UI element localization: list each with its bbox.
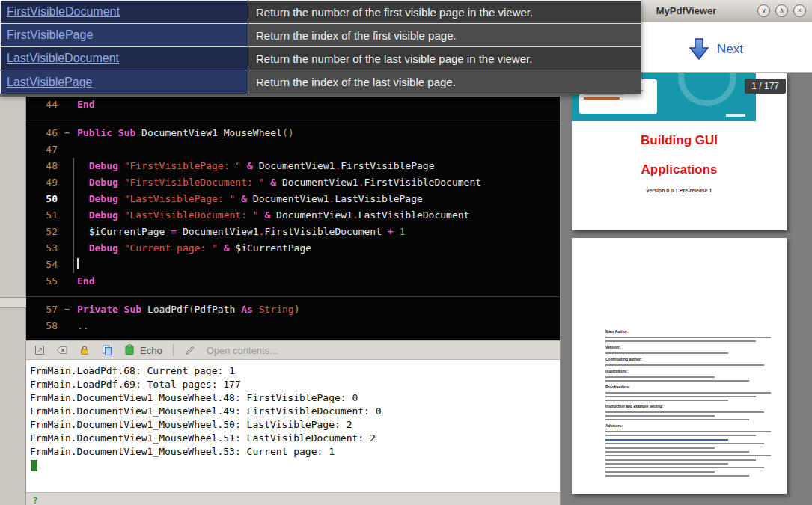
fold-gutter (58, 240, 77, 257)
page2-text-line (605, 392, 771, 394)
line-number[interactable]: 58 (26, 318, 58, 334)
code-line[interactable]: 53 Debug "Current page: " & $iCurrentPag… (26, 240, 560, 257)
page2-text-line (605, 439, 728, 441)
copy-console-button[interactable] (101, 344, 113, 356)
page2-text-line (605, 352, 728, 354)
page-number-badge: 1 / 177 (745, 79, 786, 94)
maximize-button[interactable]: ∧ (775, 4, 788, 17)
line-number[interactable]: 57 (26, 302, 58, 318)
next-page-button[interactable]: Next (688, 37, 743, 61)
line-number[interactable]: 48 (26, 158, 58, 174)
property-link[interactable]: FirstVisibleDocument (1, 1, 248, 23)
splitter-handle[interactable] (0, 297, 26, 308)
code-line[interactable]: 46−Public Sub DocumentView1_MouseWheel() (26, 125, 560, 141)
line-number[interactable]: 50 (26, 191, 58, 207)
edit-contents-button[interactable] (184, 344, 196, 356)
code-line[interactable]: 49 Debug "FirstVisibleDocument: " & Docu… (26, 174, 560, 191)
log-line: FrmMain.DocumentView1_MouseWheel.50: Las… (30, 418, 560, 432)
pdf-viewer-area[interactable]: Building GUI Applications version 0.0.1 … (561, 73, 812, 505)
page2-heading: Instruction and example testing: (605, 404, 776, 409)
code-text: Debug "LastVisibleDocument: " & Document… (77, 207, 469, 224)
procedure-separator (26, 113, 560, 125)
console-log[interactable]: FrmMain.LoadPdf.68: Current page: 1FrmMa… (26, 360, 560, 492)
procedure-guide (73, 158, 74, 273)
line-number[interactable]: 53 (26, 240, 58, 257)
shade-button[interactable]: ∨ (757, 4, 770, 17)
fold-marker-icon[interactable]: − (58, 302, 77, 318)
code-text: Debug "Current page: " & $iCurrentPage (77, 240, 311, 257)
page2-block: Main Author: (605, 329, 776, 342)
echo-toggle-button[interactable]: Echo (123, 344, 162, 356)
page2-text-line (605, 447, 715, 449)
page2-block: Version: (605, 345, 776, 354)
code-line[interactable]: 58.. (26, 318, 560, 334)
line-number[interactable]: 54 (26, 257, 58, 273)
pdf-page-1: Building GUI Applications version 0.0.1 … (572, 73, 787, 230)
log-line: FrmMain.DocumentView1_MouseWheel.53: Cur… (30, 445, 560, 459)
page2-text-line (605, 475, 749, 477)
page2-text-line (605, 451, 749, 453)
prompt-question: ? (26, 495, 38, 505)
property-link[interactable]: FirstVisiblePage (1, 24, 248, 46)
code-text: Debug "FirstVisiblePage: " & DocumentVie… (77, 158, 434, 174)
code-line[interactable]: 57−Private Sub LoadPdf(PdfPath As String… (26, 302, 560, 318)
property-description: Return the number of the first visible p… (248, 1, 641, 23)
help-tooltip-row: FirstVisibleDocumentReturn the number of… (1, 1, 641, 24)
fold-marker-icon[interactable]: − (58, 125, 77, 141)
page2-text-line (605, 431, 771, 432)
code-line[interactable]: 44End (26, 97, 560, 113)
page1-title-line1: Building GUI (572, 133, 787, 148)
line-number[interactable]: 52 (26, 224, 58, 240)
down-arrow-icon (688, 37, 710, 61)
page2-block: Illustrations: (605, 369, 776, 382)
lock-icon (79, 344, 91, 356)
fold-gutter (58, 318, 77, 334)
clear-console-button[interactable] (56, 344, 68, 356)
console-cursor (31, 460, 37, 471)
fold-gutter (58, 224, 77, 240)
line-number[interactable]: 51 (26, 207, 58, 224)
line-number[interactable]: 46 (26, 125, 58, 141)
code-line[interactable]: 55End (26, 273, 560, 290)
code-text: $iCurrentPage = DocumentView1.FirstVisib… (77, 224, 405, 240)
page2-text-line (605, 396, 756, 397)
code-line[interactable]: 50 Debug "LastVisiblePage: " & DocumentV… (26, 191, 560, 207)
code-line[interactable]: 52 $iCurrentPage = DocumentView1.FirstVi… (26, 224, 560, 240)
console-expression-input[interactable]: ? (26, 492, 560, 505)
separator-line (26, 120, 560, 120)
page2-text-line (605, 337, 771, 338)
separator-line (26, 296, 560, 297)
code-line[interactable]: 47 (26, 141, 560, 158)
fold-gutter (58, 191, 77, 207)
pdf-page-2: Main Author:Version:Contributing author:… (572, 238, 787, 494)
echo-icon (123, 344, 135, 356)
close-button[interactable]: × (793, 4, 806, 17)
text-cursor (77, 258, 79, 269)
log-line: FrmMain.DocumentView1_MouseWheel.48: Fir… (30, 391, 560, 405)
page2-text-line (605, 471, 715, 473)
console-toolbar: Echo Open contents... (26, 340, 560, 360)
toolbar-separator (173, 344, 174, 356)
line-number[interactable]: 44 (26, 97, 58, 113)
line-number[interactable]: 49 (26, 174, 58, 191)
page2-text-line (605, 340, 756, 342)
page2-text-line (605, 463, 728, 465)
fold-gutter (58, 141, 77, 158)
expand-console-button[interactable] (34, 344, 46, 356)
code-line[interactable]: 48 Debug "FirstVisiblePage: " & Document… (26, 158, 560, 174)
console-filter-input[interactable]: Open contents... (207, 345, 278, 356)
line-number[interactable]: 47 (26, 141, 58, 158)
code-lines: 44End46−Public Sub DocumentView1_MouseWh… (26, 97, 560, 334)
property-link[interactable]: LastVisiblePage (1, 70, 248, 94)
pdf-page-2-text: Main Author:Version:Contributing author:… (605, 326, 776, 477)
line-number[interactable]: 55 (26, 273, 58, 290)
page2-text-line (605, 380, 749, 382)
code-line[interactable]: 54 (26, 257, 560, 273)
property-description: Return the index of the first visible pa… (248, 24, 641, 46)
lock-console-button[interactable] (79, 344, 91, 356)
property-link[interactable]: LastVisibleDocument (1, 47, 248, 70)
code-editor[interactable]: 44End46−Public Sub DocumentView1_MouseWh… (26, 97, 560, 340)
page2-block (605, 471, 776, 477)
code-line[interactable]: 51 Debug "LastVisibleDocument: " & Docum… (26, 207, 560, 224)
page2-block (605, 459, 776, 468)
